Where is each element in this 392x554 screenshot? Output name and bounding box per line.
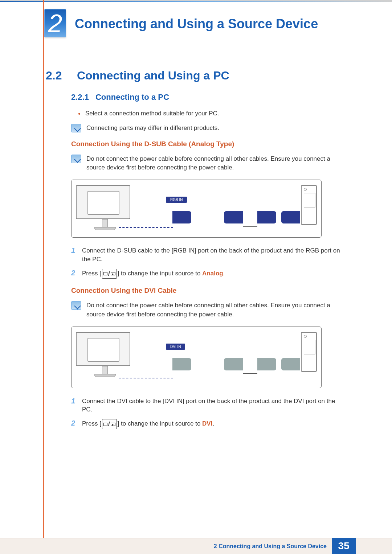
dsub-connector-cable-right (257, 211, 276, 223)
cable-segment (243, 373, 257, 374)
step-text-part: ] to change the input source to (118, 420, 202, 427)
subsection-number: 2.2.1 (71, 93, 89, 102)
dvi-connector-cable-left (224, 358, 243, 370)
dvi-note-text: Do not connect the power cable before co… (86, 301, 343, 319)
section-heading: 2.2 Connecting and Using a PC (46, 69, 343, 82)
dvi-heading: Connection Using the DVI Cable (71, 287, 343, 295)
cable-segment (243, 226, 257, 227)
page-content: 2.2 Connecting and Using a PC 2.2.1 Conn… (46, 69, 343, 434)
step-text-part: Press [ (82, 420, 101, 427)
footer-chapter-title: Connecting and Using a Source Device (219, 543, 327, 550)
page-number: 35 (332, 538, 356, 554)
note-icon (71, 301, 81, 310)
bullet-icon (78, 113, 80, 115)
bullet-text: Select a connection method suitable for … (85, 110, 219, 117)
footer-chapter-number: 2 (214, 543, 217, 550)
note-row: Connecting parts may differ in different… (71, 124, 343, 133)
step-number: 1 (71, 397, 77, 405)
dsub-connector-pc (281, 211, 300, 223)
dvi-connector-cable-right (257, 358, 276, 370)
input-source-label: Analog (202, 270, 223, 277)
dsub-diagram: RGB IN (71, 180, 322, 238)
dashed-line (119, 227, 173, 228)
step-text-part: . (212, 420, 214, 427)
note-icon (71, 124, 81, 132)
chapter-header: 2 Connecting and Using a Source Device (0, 2, 392, 34)
rgb-in-port-label: RGB IN (166, 197, 187, 203)
step-text-part: Press [ (82, 270, 101, 277)
page-footer: 2 Connecting and Using a Source Device 3… (0, 538, 392, 554)
dvi-step-2: 2 Press [/] to change the input source t… (71, 419, 343, 429)
chapter-title: Connecting and Using a Source Device (75, 16, 318, 32)
note-icon (71, 155, 81, 163)
step-text: Connect the D-SUB cable to the [RGB IN] … (82, 246, 343, 264)
dvi-note-row: Do not connect the power cable before co… (71, 301, 343, 319)
dsub-step-1: 1 Connect the D-SUB cable to the [RGB IN… (71, 246, 343, 264)
monitor-illustration (76, 332, 134, 376)
dsub-step-2: 2 Press [/] to change the input source t… (71, 269, 343, 279)
step-text-part: . (223, 270, 225, 277)
dvi-diagram: DVI IN (71, 327, 322, 388)
input-source-label: DVI (202, 420, 212, 427)
footer-chapter-label: 2 Connecting and Using a Source Device (0, 538, 332, 554)
dvi-connector-monitor (172, 358, 191, 370)
dvi-connector-pc (281, 358, 300, 370)
pc-tower-illustration (301, 332, 317, 372)
dsub-heading: Connection Using the D-SUB Cable (Analog… (71, 140, 343, 148)
dsub-note-row: Do not connect the power cable before co… (71, 155, 343, 172)
side-accent-bar (43, 0, 44, 554)
subsection-title: Connecting to a PC (95, 93, 169, 102)
section-number: 2.2 (46, 69, 68, 82)
step-number: 2 (71, 269, 77, 277)
dashed-line (119, 378, 173, 378)
monitor-illustration (76, 185, 134, 229)
section-title: Connecting and Using a PC (77, 69, 229, 82)
pc-tower-illustration (301, 185, 317, 225)
step-text: Press [/] to change the input source to … (82, 269, 225, 279)
step-text: Connect the DVI cable to the [DVI IN] po… (82, 397, 343, 414)
bullet-item: Select a connection method suitable for … (78, 110, 343, 117)
dsub-note-text: Do not connect the power cable before co… (86, 155, 343, 172)
step-number: 2 (71, 419, 77, 427)
note-text: Connecting parts may differ in different… (86, 124, 219, 133)
step-text-part: ] to change the input source to (118, 270, 202, 277)
chapter-number-badge: 2 (44, 9, 66, 37)
source-button-icon: / (102, 269, 117, 279)
footer-end-cap (356, 538, 392, 554)
dvi-step-1: 1 Connect the DVI cable to the [DVI IN] … (71, 397, 343, 414)
step-text: Press [/] to change the input source to … (82, 419, 214, 429)
dsub-connector-cable-left (224, 211, 243, 223)
step-number: 1 (71, 246, 77, 255)
source-button-icon: / (102, 419, 117, 429)
dsub-connector-monitor (172, 211, 191, 223)
dvi-in-port-label: DVI IN (166, 344, 185, 350)
subsection-heading: 2.2.1 Connecting to a PC (71, 93, 343, 102)
